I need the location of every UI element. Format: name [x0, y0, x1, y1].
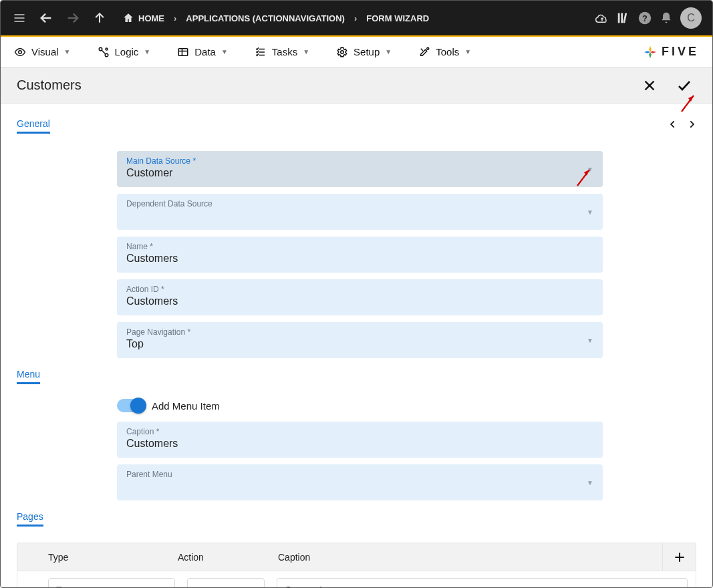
pages-row: Form ▼ ▼ General	[17, 571, 696, 587]
svg-point-22	[341, 50, 344, 53]
field-main-data-source[interactable]: Main Data Source * Customer ▼	[117, 151, 603, 187]
tool-tasks[interactable]: Tasks▼	[255, 46, 309, 58]
pages-row-type-select[interactable]: Form ▼	[48, 578, 175, 587]
toggle-add-menu-item-label: Add Menu Item	[152, 400, 220, 412]
clear-caption-icon[interactable]	[668, 586, 679, 587]
logic-icon	[98, 46, 110, 58]
gear-icon	[336, 46, 348, 58]
field-dependent-data-source[interactable]: Dependent Data Source ▼	[117, 194, 603, 230]
svg-text:?: ?	[642, 13, 648, 23]
up-icon[interactable]	[88, 6, 112, 30]
close-button[interactable]	[637, 74, 662, 98]
field-page-navigation[interactable]: Page Navigation * Top ▼	[117, 322, 603, 358]
prev-record-button[interactable]	[668, 120, 678, 129]
tool-data[interactable]: Data▼	[177, 46, 228, 58]
pages-table: Type Action Caption Form ▼ ▼ General	[17, 543, 696, 587]
page-header: Customers	[1, 67, 712, 104]
breadcrumb-formwizard[interactable]: FORM WIZARD	[366, 13, 429, 23]
back-icon[interactable]	[34, 6, 58, 30]
home-icon	[122, 12, 134, 24]
avatar[interactable]: C	[680, 7, 702, 29]
pages-row-action-select[interactable]: ▼	[187, 578, 265, 587]
content-scroll[interactable]: General Main Data Source * Customer ▼ De…	[1, 104, 712, 587]
svg-rect-9	[623, 13, 627, 23]
tools-icon	[418, 46, 430, 58]
tool-visual[interactable]: Visual▼	[14, 46, 71, 58]
brand-logo: FIVE	[643, 45, 699, 59]
pages-col-caption: Caption	[271, 552, 662, 563]
help-icon[interactable]: ?	[637, 11, 652, 25]
field-action-id[interactable]: Action ID * Customers	[117, 279, 603, 315]
menu-icon[interactable]	[7, 6, 31, 30]
pages-col-type: Type	[17, 552, 171, 563]
tool-tools[interactable]: Tools▼	[418, 46, 471, 58]
tool-logic[interactable]: Logic▼	[98, 46, 151, 58]
svg-marker-26	[649, 52, 652, 58]
section-menu: Menu	[17, 369, 40, 384]
svg-point-15	[106, 48, 108, 50]
svg-point-12	[19, 50, 22, 53]
cloud-sync-icon[interactable]	[595, 11, 609, 25]
logo-icon	[643, 45, 658, 59]
section-pages: Pages	[17, 511, 43, 527]
breadcrumb-home[interactable]: HOME	[122, 12, 164, 24]
chevron-right-icon: ›	[174, 13, 176, 23]
field-parent-menu[interactable]: Parent Menu ▼	[117, 464, 603, 500]
pages-col-action: Action	[171, 552, 271, 563]
svg-marker-25	[650, 51, 656, 53]
breadcrumb-applications[interactable]: APPLICATIONS (ACTIONNAVIGATION)	[186, 13, 345, 23]
library-icon[interactable]	[616, 11, 631, 25]
tool-setup[interactable]: Setup▼	[336, 46, 392, 58]
svg-marker-27	[644, 51, 650, 53]
svg-rect-16	[179, 48, 188, 55]
svg-rect-7	[618, 13, 620, 23]
save-button[interactable]	[672, 74, 696, 98]
pages-row-caption-input[interactable]: General	[277, 578, 688, 587]
page-title: Customers	[17, 78, 82, 93]
eye-icon	[14, 46, 26, 58]
data-icon	[177, 46, 189, 58]
toggle-add-menu-item[interactable]	[117, 399, 145, 412]
titlebar: HOME › APPLICATIONS (ACTIONNAVIGATION) ›…	[1, 1, 712, 35]
svg-marker-24	[649, 45, 652, 51]
tasks-icon	[255, 46, 267, 58]
forward-icon	[61, 6, 85, 30]
section-general: General	[17, 118, 50, 134]
next-record-button[interactable]	[687, 120, 696, 129]
field-caption[interactable]: Caption * Customers	[117, 422, 603, 458]
svg-point-23	[427, 47, 429, 49]
field-name[interactable]: Name * Customers	[117, 237, 603, 273]
svg-rect-8	[621, 13, 623, 23]
chevron-right-icon: ›	[354, 13, 357, 23]
bell-icon[interactable]	[659, 11, 674, 25]
breadcrumb: HOME › APPLICATIONS (ACTIONNAVIGATION) ›…	[122, 12, 429, 24]
add-page-button[interactable]	[662, 543, 696, 571]
secondary-toolbar: Visual▼ Logic▼ Data▼ Tasks▼ Setup▼ Tools…	[1, 37, 712, 67]
